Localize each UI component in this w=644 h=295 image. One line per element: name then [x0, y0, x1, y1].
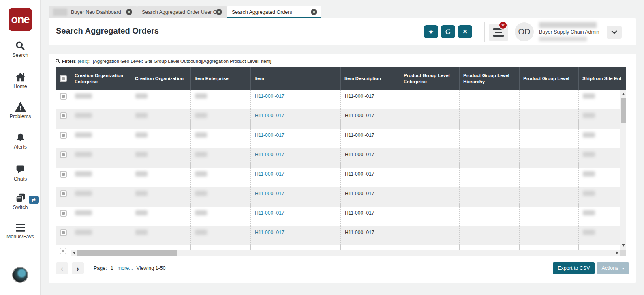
row-checkbox[interactable]: [60, 171, 67, 178]
redacted-user-name: [539, 22, 597, 28]
row-checkbox[interactable]: [60, 93, 67, 100]
item-enterprise-cell: [191, 109, 251, 129]
item-link[interactable]: H11-000 -017: [255, 191, 285, 196]
table-row[interactable]: H11-000 -017 H11-000 -017: [56, 226, 626, 245]
close-page-button[interactable]: ×: [458, 25, 472, 38]
actions-dropdown-button[interactable]: Actions ▾: [597, 262, 629, 274]
edit-filters-link[interactable]: edit: [79, 59, 87, 64]
column-header[interactable]: Item Description: [341, 67, 400, 90]
user-info: Buyer Supply Chain Admin: [539, 22, 608, 41]
vertical-scrollbar-thumb[interactable]: [621, 98, 626, 123]
header-action-buttons: ★ ×: [424, 25, 472, 38]
redacted-value: [135, 191, 148, 196]
table-row[interactable]: H11-000 -017 H11-000 -017: [56, 129, 626, 148]
scroll-left-arrow-icon[interactable]: [73, 251, 75, 254]
row-checkbox-cell: [56, 168, 71, 187]
redacted-value: [195, 230, 207, 235]
scroll-right-arrow-icon[interactable]: [616, 251, 618, 254]
tab-close-icon[interactable]: ×: [216, 9, 222, 15]
user-profile-avatar-image[interactable]: [12, 267, 28, 283]
select-all-checkbox[interactable]: [60, 75, 67, 82]
column-header[interactable]: Creation Organization: [131, 67, 191, 90]
table-row[interactable]: H11-000 -017 H11-000 -017: [56, 109, 626, 129]
next-page-button[interactable]: ›: [72, 262, 84, 274]
product-group-level-enterprise-cell: [400, 90, 460, 109]
sidebar-item-home[interactable]: Home: [0, 72, 41, 89]
row-checkbox[interactable]: [60, 190, 67, 197]
row-checkbox[interactable]: [60, 132, 67, 139]
item-link[interactable]: H11-000 -017: [255, 210, 285, 216]
tab-buyer-neo-dashboard[interactable]: Buyer Neo Dashboard ×: [49, 6, 137, 18]
tab-search-aggregated-orders[interactable]: Search Aggregated Orders ×: [227, 6, 321, 18]
export-to-csv-button[interactable]: Export to CSV: [553, 262, 595, 274]
product-group-level-cell: [520, 109, 579, 129]
item-link[interactable]: H11-000 -017: [255, 113, 285, 118]
favorite-button[interactable]: ★: [424, 25, 438, 38]
table-row[interactable]: H11-000 -017 H11-000 -017: [56, 168, 626, 187]
refresh-button[interactable]: [441, 25, 455, 38]
row-checkbox[interactable]: [60, 248, 66, 254]
user-initials: OD: [518, 27, 531, 37]
sidebar-item-search[interactable]: Search: [0, 41, 41, 58]
partial-table-row: [56, 245, 626, 250]
user-menu-dropdown-button[interactable]: [607, 26, 622, 39]
redacted-value: [135, 152, 148, 157]
column-header[interactable]: Creation Organization Enterprise: [71, 67, 131, 90]
redacted-tab-prefix: [53, 9, 67, 16]
horizontal-scrollbar[interactable]: [71, 250, 620, 256]
vertical-scrollbar[interactable]: [620, 90, 626, 256]
sidebar-item-problems[interactable]: Problems: [0, 102, 41, 119]
row-checkbox-cell: [56, 207, 71, 226]
item-link[interactable]: H11-000 -017: [255, 132, 285, 138]
creation-org-cell: [131, 226, 191, 245]
tab-close-icon[interactable]: ×: [311, 9, 317, 15]
row-checkbox[interactable]: [60, 151, 67, 158]
table-row[interactable]: H11-000 -017 H11-000 -017: [56, 187, 626, 207]
item-link[interactable]: H11-000 -017: [255, 93, 285, 99]
scroll-up-arrow-icon[interactable]: [622, 93, 625, 95]
column-header[interactable]: Item: [251, 67, 341, 90]
item-link[interactable]: H11-000 -017: [255, 152, 285, 157]
viewing-range: Viewing 1-50: [137, 265, 166, 271]
product-group-level-enterprise-cell: [400, 129, 460, 148]
one-network-logo[interactable]: one: [9, 8, 32, 31]
table-row[interactable]: H11-000 -017 H11-000 -017: [56, 207, 626, 226]
warning-icon: [15, 102, 26, 112]
tab-search-aggregated-order-user[interactable]: Search Aggregated Order User O... ×: [137, 6, 227, 18]
previous-page-button[interactable]: ‹: [56, 262, 68, 274]
tab-label: Search Aggregated Orders: [232, 9, 292, 15]
horizontal-scrollbar-thumb[interactable]: [77, 250, 177, 256]
redacted-value: [583, 191, 595, 196]
column-header[interactable]: Shipfrom Site Ent: [579, 67, 626, 90]
switch-badge-icon[interactable]: ⇄: [29, 196, 39, 204]
redacted-value: [75, 171, 92, 177]
product-group-level-cell: [520, 90, 579, 109]
table-row[interactable]: H11-000 -017 H11-000 -017: [56, 148, 626, 168]
tab-close-icon[interactable]: ×: [126, 9, 132, 15]
row-checkbox[interactable]: [60, 229, 67, 236]
column-header[interactable]: Product Group Level Enterprise: [400, 67, 460, 90]
scroll-down-arrow-icon[interactable]: [622, 244, 625, 247]
sidebar-item-alerts[interactable]: Alerts: [0, 132, 41, 150]
select-all-cell: [56, 67, 71, 90]
redacted-value: [75, 230, 92, 235]
item-link[interactable]: H11-000 -017: [255, 230, 285, 235]
column-header[interactable]: Item Enterprise: [191, 67, 251, 90]
star-icon: ★: [428, 29, 434, 35]
user-avatar[interactable]: OD: [515, 22, 534, 41]
column-header[interactable]: Product Group Level Hierarchy: [460, 67, 520, 90]
redacted-value: [135, 93, 148, 99]
product-group-level-hierarchy-cell: [460, 207, 520, 226]
table-row[interactable]: H11-000 -017 H11-000 -017: [56, 90, 626, 109]
row-checkbox[interactable]: [60, 210, 67, 217]
column-header[interactable]: Product Group Level: [520, 67, 579, 90]
item-link[interactable]: H11-000 -017: [255, 171, 285, 177]
more-pages-link[interactable]: more...: [118, 265, 133, 271]
sidebar-item-menus-favs[interactable]: Menus/Favs: [0, 223, 41, 239]
sidebar: one Search Home Problems Alerts: [0, 0, 41, 295]
row-checkbox[interactable]: [60, 112, 67, 119]
sidebar-item-chats[interactable]: Chats: [0, 165, 41, 182]
bell-icon: [15, 132, 26, 143]
product-group-level-hierarchy-cell: [460, 109, 520, 129]
item-cell: H11-000 -017: [251, 90, 341, 109]
